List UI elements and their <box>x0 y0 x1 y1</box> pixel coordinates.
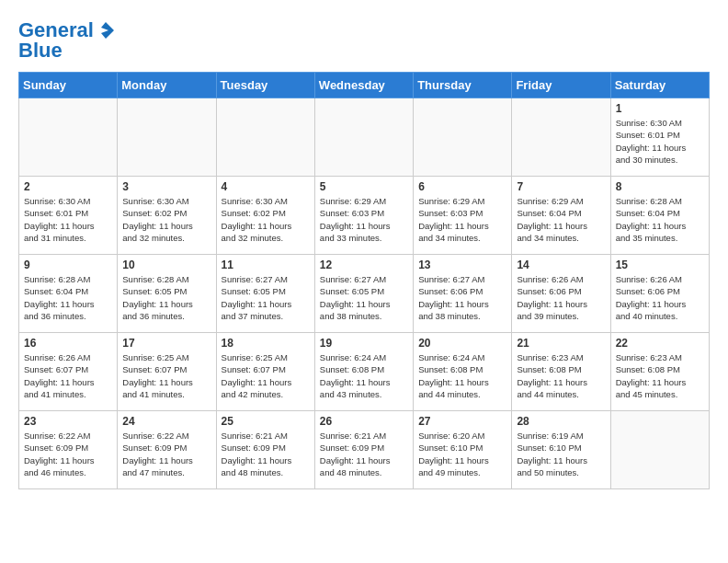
day-info: Sunrise: 6:20 AM Sunset: 6:10 PM Dayligh… <box>418 430 506 478</box>
day-info: Sunrise: 6:23 AM Sunset: 6:08 PM Dayligh… <box>616 351 704 400</box>
day-number: 1 <box>616 102 704 115</box>
calendar-cell: 1Sunrise: 6:30 AM Sunset: 6:01 PM Daylig… <box>610 98 709 177</box>
calendar-cell: 23Sunrise: 6:22 AM Sunset: 6:09 PM Dayli… <box>19 411 118 489</box>
logo: General Blue <box>18 18 116 63</box>
day-info: Sunrise: 6:28 AM Sunset: 6:05 PM Dayligh… <box>122 273 210 322</box>
day-info: Sunrise: 6:21 AM Sunset: 6:09 PM Dayligh… <box>222 430 310 478</box>
day-number: 10 <box>122 259 210 271</box>
day-of-week-monday: Monday <box>118 73 216 98</box>
svg-marker-0 <box>101 22 114 39</box>
calendar-cell: 14Sunrise: 6:26 AM Sunset: 6:06 PM Dayli… <box>512 255 610 333</box>
day-number: 11 <box>222 259 310 271</box>
calendar-cell <box>19 98 118 177</box>
calendar-cell: 20Sunrise: 6:24 AM Sunset: 6:08 PM Dayli… <box>414 333 512 411</box>
calendar-cell <box>610 411 709 489</box>
day-number: 19 <box>320 337 408 350</box>
calendar-cell: 25Sunrise: 6:21 AM Sunset: 6:09 PM Dayli… <box>216 411 314 489</box>
day-number: 15 <box>616 259 704 271</box>
day-info: Sunrise: 6:26 AM Sunset: 6:06 PM Dayligh… <box>517 273 605 322</box>
day-info: Sunrise: 6:24 AM Sunset: 6:08 PM Dayligh… <box>320 351 408 400</box>
calendar-cell: 26Sunrise: 6:21 AM Sunset: 6:09 PM Dayli… <box>314 411 413 489</box>
calendar-cell: 17Sunrise: 6:25 AM Sunset: 6:07 PM Dayli… <box>118 333 216 411</box>
day-number: 21 <box>517 337 605 350</box>
day-of-week-saturday: Saturday <box>610 73 709 98</box>
day-number: 25 <box>222 415 310 428</box>
day-number: 18 <box>222 337 310 350</box>
day-number: 16 <box>24 337 112 350</box>
calendar-cell: 13Sunrise: 6:27 AM Sunset: 6:06 PM Dayli… <box>414 255 512 333</box>
day-info: Sunrise: 6:29 AM Sunset: 6:04 PM Dayligh… <box>517 195 605 244</box>
calendar-cell: 15Sunrise: 6:26 AM Sunset: 6:06 PM Dayli… <box>610 255 709 333</box>
day-info: Sunrise: 6:29 AM Sunset: 6:03 PM Dayligh… <box>320 195 408 244</box>
calendar-cell: 7Sunrise: 6:29 AM Sunset: 6:04 PM Daylig… <box>512 177 610 255</box>
calendar-cell: 28Sunrise: 6:19 AM Sunset: 6:10 PM Dayli… <box>512 411 610 489</box>
calendar-cell: 5Sunrise: 6:29 AM Sunset: 6:03 PM Daylig… <box>314 177 413 255</box>
day-info: Sunrise: 6:27 AM Sunset: 6:05 PM Dayligh… <box>222 273 310 322</box>
day-info: Sunrise: 6:22 AM Sunset: 6:09 PM Dayligh… <box>122 430 210 478</box>
calendar-cell: 9Sunrise: 6:28 AM Sunset: 6:04 PM Daylig… <box>19 255 118 333</box>
day-info: Sunrise: 6:30 AM Sunset: 6:01 PM Dayligh… <box>616 117 704 166</box>
calendar-cell: 10Sunrise: 6:28 AM Sunset: 6:05 PM Dayli… <box>118 255 216 333</box>
day-number: 3 <box>122 180 210 193</box>
calendar-cell: 21Sunrise: 6:23 AM Sunset: 6:08 PM Dayli… <box>512 333 610 411</box>
calendar-cell <box>118 98 216 177</box>
day-info: Sunrise: 6:30 AM Sunset: 6:02 PM Dayligh… <box>122 195 210 244</box>
calendar-cell: 19Sunrise: 6:24 AM Sunset: 6:08 PM Dayli… <box>314 333 413 411</box>
day-number: 23 <box>24 415 112 428</box>
day-number: 9 <box>24 259 112 271</box>
day-info: Sunrise: 6:30 AM Sunset: 6:02 PM Dayligh… <box>222 195 310 244</box>
day-number: 28 <box>517 415 605 428</box>
day-info: Sunrise: 6:22 AM Sunset: 6:09 PM Dayligh… <box>24 430 112 478</box>
day-info: Sunrise: 6:24 AM Sunset: 6:08 PM Dayligh… <box>418 351 506 400</box>
calendar-cell: 22Sunrise: 6:23 AM Sunset: 6:08 PM Dayli… <box>610 333 709 411</box>
day-info: Sunrise: 6:28 AM Sunset: 6:04 PM Dayligh… <box>616 195 704 244</box>
day-info: Sunrise: 6:26 AM Sunset: 6:06 PM Dayligh… <box>616 273 704 322</box>
day-number: 22 <box>616 337 704 350</box>
day-number: 13 <box>418 259 506 271</box>
calendar-table: SundayMondayTuesdayWednesdayThursdayFrid… <box>18 72 710 489</box>
day-of-week-wednesday: Wednesday <box>314 73 413 98</box>
day-info: Sunrise: 6:30 AM Sunset: 6:01 PM Dayligh… <box>24 195 112 244</box>
calendar-cell: 4Sunrise: 6:30 AM Sunset: 6:02 PM Daylig… <box>216 177 314 255</box>
calendar-cell: 12Sunrise: 6:27 AM Sunset: 6:05 PM Dayli… <box>314 255 413 333</box>
calendar-cell <box>414 98 512 177</box>
day-info: Sunrise: 6:21 AM Sunset: 6:09 PM Dayligh… <box>320 430 408 478</box>
calendar-cell <box>512 98 610 177</box>
calendar-cell: 18Sunrise: 6:25 AM Sunset: 6:07 PM Dayli… <box>216 333 314 411</box>
calendar-cell: 6Sunrise: 6:29 AM Sunset: 6:03 PM Daylig… <box>414 177 512 255</box>
day-number: 6 <box>418 180 506 193</box>
day-info: Sunrise: 6:27 AM Sunset: 6:05 PM Dayligh… <box>320 273 408 322</box>
calendar-cell: 24Sunrise: 6:22 AM Sunset: 6:09 PM Dayli… <box>118 411 216 489</box>
calendar-cell <box>216 98 314 177</box>
day-info: Sunrise: 6:29 AM Sunset: 6:03 PM Dayligh… <box>418 195 506 244</box>
day-of-week-thursday: Thursday <box>414 73 512 98</box>
calendar-cell: 8Sunrise: 6:28 AM Sunset: 6:04 PM Daylig… <box>610 177 709 255</box>
day-of-week-friday: Friday <box>512 73 610 98</box>
day-number: 12 <box>320 259 408 271</box>
calendar-cell: 2Sunrise: 6:30 AM Sunset: 6:01 PM Daylig… <box>19 177 118 255</box>
day-info: Sunrise: 6:28 AM Sunset: 6:04 PM Dayligh… <box>24 273 112 322</box>
day-number: 17 <box>122 337 210 350</box>
day-number: 20 <box>418 337 506 350</box>
calendar-cell: 11Sunrise: 6:27 AM Sunset: 6:05 PM Dayli… <box>216 255 314 333</box>
day-info: Sunrise: 6:19 AM Sunset: 6:10 PM Dayligh… <box>517 430 605 478</box>
logo-bird-icon <box>96 20 116 40</box>
day-number: 14 <box>517 259 605 271</box>
day-info: Sunrise: 6:25 AM Sunset: 6:07 PM Dayligh… <box>222 351 310 400</box>
day-number: 2 <box>24 180 112 193</box>
calendar-cell: 27Sunrise: 6:20 AM Sunset: 6:10 PM Dayli… <box>414 411 512 489</box>
day-number: 8 <box>616 180 704 193</box>
day-info: Sunrise: 6:25 AM Sunset: 6:07 PM Dayligh… <box>122 351 210 400</box>
calendar-cell: 16Sunrise: 6:26 AM Sunset: 6:07 PM Dayli… <box>19 333 118 411</box>
calendar-cell <box>314 98 413 177</box>
day-info: Sunrise: 6:23 AM Sunset: 6:08 PM Dayligh… <box>517 351 605 400</box>
day-info: Sunrise: 6:26 AM Sunset: 6:07 PM Dayligh… <box>24 351 112 400</box>
day-of-week-tuesday: Tuesday <box>216 73 314 98</box>
day-number: 24 <box>122 415 210 428</box>
day-number: 26 <box>320 415 408 428</box>
calendar-cell: 3Sunrise: 6:30 AM Sunset: 6:02 PM Daylig… <box>118 177 216 255</box>
day-number: 4 <box>222 180 310 193</box>
day-info: Sunrise: 6:27 AM Sunset: 6:06 PM Dayligh… <box>418 273 506 322</box>
page-header: General Blue <box>18 18 710 63</box>
day-of-week-sunday: Sunday <box>19 73 118 98</box>
